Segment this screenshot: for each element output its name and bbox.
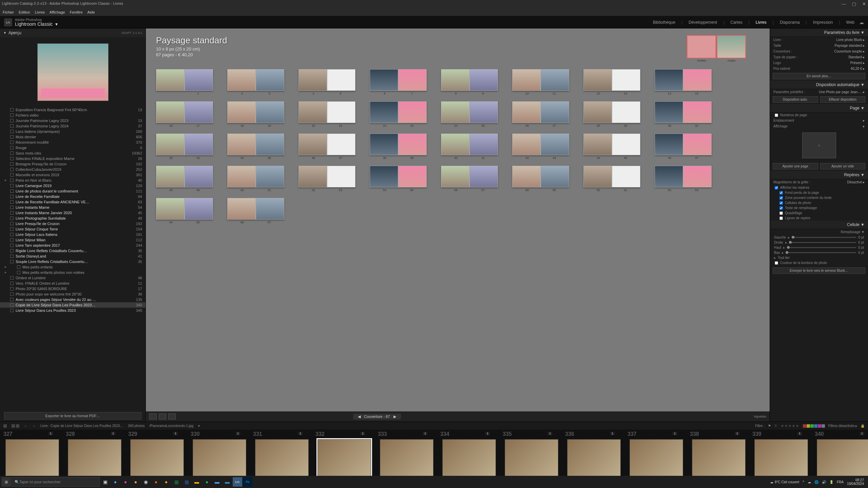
collection-item[interactable]: ▶Paris en Noir et Blanc40 [0,178,146,183]
collection-item[interactable]: Ombre et Lumière48 [0,275,146,281]
page-spread[interactable]: 5859 [512,166,569,192]
collection-item[interactable]: Souple Livre Reflets Cristallisés Couver… [0,259,146,264]
app-icon[interactable]: ● [131,477,140,487]
page-spread[interactable]: 4243 [512,134,569,160]
app-icon[interactable]: ▬ [212,477,222,487]
page-spread[interactable]: 1213 [583,69,640,95]
start-button[interactable]: ⊞ [1,477,11,487]
weather-widget[interactable]: ☁ 8°C Ciel couvert [770,480,799,484]
menubar[interactable]: FichierEditionLivresAffichageFenêtreAide [0,9,868,16]
filter-rating[interactable]: ★★★★★ [781,424,799,428]
book-settings-header[interactable]: Paramètres du livre ▼ [770,28,868,37]
windows-taskbar[interactable]: ⊞ 🔍 Taper ici pour rechercher ▣ ● ● ● ◉ … [0,476,868,488]
auto-layout-header[interactable]: Disposition automatique ▼ [770,81,868,89]
padding-bottom-slider[interactable] [786,252,856,253]
excel-icon[interactable]: ▦ [172,477,181,487]
learn-more-button[interactable]: En savoir plus… [773,73,865,79]
book-setting-row[interactable]: LogoPrésent ▸ [770,60,868,66]
lightroom-taskbar-icon[interactable]: Lrc [233,477,242,487]
module-bibliothèque[interactable]: Bibliothèque [653,20,675,25]
page-numbers-checkbox[interactable] [775,114,778,117]
photoshop-icon[interactable]: Ps [243,477,252,487]
page-spread[interactable]: 6667 [227,198,284,224]
book-setting-row[interactable]: Livre :Livre photo Blurb ▸ [770,37,868,43]
collection-item[interactable]: ▶Mes petits enfants photos non notées [0,270,146,275]
front-cover[interactable] [717,35,746,58]
export-pdf-button[interactable]: Exporter le livre au format PDF… [4,412,141,420]
padding-left-slider[interactable] [792,237,856,238]
guides-panel-header[interactable]: Repères ▼ [770,171,868,179]
prev-page-icon[interactable]: ◀ [358,414,361,419]
go-forward-icon[interactable]: → [32,424,36,428]
module-tabs[interactable]: Bibliothèque|Développement|Cartes|Livres… [653,20,854,25]
back-cover[interactable] [687,35,716,58]
collection-item[interactable]: Bretagne Presqu'île de Crozon192 [0,161,146,167]
page-spread[interactable]: 67 [370,69,427,95]
page-spread[interactable]: 1617 [156,101,213,127]
collection-item[interactable]: Journée Patrimoine Lagny 202313 [0,118,146,123]
close-icon[interactable]: ✕ [862,1,866,6]
page-spread[interactable]: 2021 [298,101,355,127]
network-icon[interactable]: 🌐 [814,480,818,484]
book-setting-row[interactable]: Type de papier :Standard ▸ [770,54,868,60]
filmstrip-path[interactable]: Livre : Copie de Livre Séjour Dans Les P… [40,424,123,428]
book-setting-row[interactable]: Couverture :Couverture souple ▸ [770,48,868,54]
collection-item[interactable]: Livre Séjour Milan112 [0,237,146,243]
app-icon[interactable]: ● [161,477,171,487]
cell-panel-header[interactable]: Cellule ▼ [770,221,868,229]
show-guides-checkbox[interactable] [775,186,778,189]
collection-item[interactable]: ▶Mes petits enfants [0,264,146,270]
word-icon[interactable]: ▦ [182,477,191,487]
book-setting-row[interactable]: Prix estimé40,20 € ▸ [770,66,868,72]
battery-icon[interactable]: 🔋 [829,480,833,484]
page-spread[interactable]: 3839 [370,134,427,160]
view-multipage-icon[interactable] [149,413,157,420]
task-view-icon[interactable]: ▣ [100,477,110,487]
second-window-icon[interactable] [3,424,7,428]
page-spread[interactable]: 2425 [441,101,498,127]
collection-item[interactable]: Livre Camargue 2019120 [0,183,146,188]
explorer-icon[interactable]: ▬ [192,477,201,487]
filter-flag-icon[interactable]: ⚑ [768,424,771,428]
collection-item[interactable]: Livre Tarn septembre 2017244 [0,243,146,248]
page-spread[interactable]: 1415 [655,69,712,95]
page-spread[interactable]: 6263 [655,166,712,192]
onedrive-icon[interactable]: ☁ [808,480,811,484]
collection-item[interactable]: Avec couleurs pages Séjour Vendée du 22 … [0,297,146,302]
page-spread[interactable]: 5657 [441,166,498,192]
view-single-icon[interactable] [168,413,176,420]
collection-item[interactable]: Photo pour expo we welcome fmt 20*3038 [0,291,146,297]
collection-item[interactable]: Exposition Francis Baignoest Fmt 60*40cm… [0,107,146,113]
menu-livres[interactable]: Livres [35,10,45,15]
collection-item[interactable]: Sans mots-clés19362 [0,150,146,156]
collection-item[interactable]: Livre de Recette Familliale ANCIENNE VE…… [0,199,146,205]
app-icon[interactable]: ▬ [223,477,232,487]
collection-item[interactable]: Sélection FINALE exposition Marne28 [0,156,146,161]
page-spread[interactable]: 2829 [583,101,640,127]
send-to-blurb-button[interactable]: Envoyer le livre vers le serveur Blurb… [773,267,865,274]
page-spreads-grid[interactable]: 1234567891011121314151617181920212223242… [146,66,770,411]
menu-fenêtre[interactable]: Fenêtre [70,10,83,15]
firefox-icon[interactable]: ● [151,477,161,487]
module-cartes[interactable]: Cartes [730,20,742,25]
page-spread[interactable]: 5253 [298,166,355,192]
language-indicator[interactable]: FRA [837,480,844,484]
taskbar-search[interactable]: 🔍 Taper ici pour rechercher [12,477,100,487]
collection-item[interactable]: Livre Photographie Surréaliste48 [0,216,146,221]
page-spread[interactable]: 1819 [227,101,284,127]
spotify-icon[interactable]: ● [202,477,212,487]
collection-item[interactable]: Livre Instants Marne54 [0,205,146,210]
collection-item[interactable]: Livre Presqu'île de Crozon192 [0,221,146,226]
grid-view-icon[interactable] [12,424,19,428]
filter-lock-icon[interactable]: 🔒 [861,424,865,428]
cloud-sync-icon[interactable]: ☁ [859,20,864,25]
module-livres[interactable]: Livres [756,20,767,25]
cover-pair[interactable]: Arrière Avant [687,35,746,62]
collection-item[interactable]: Mois dernier606 [0,134,146,140]
clear-layout-button[interactable]: Effacer disposition [820,96,866,103]
collection-item[interactable]: Rigide Livre Reflets Cristallisés Couver… [0,248,146,253]
book-setting-row[interactable]: TaillePaysage standard ▸ [770,43,868,48]
page-spread[interactable]: 6061 [583,166,640,192]
menu-fichier[interactable]: Fichier [3,10,14,15]
collection-item[interactable]: Marseille et environs 2019301 [0,172,146,178]
